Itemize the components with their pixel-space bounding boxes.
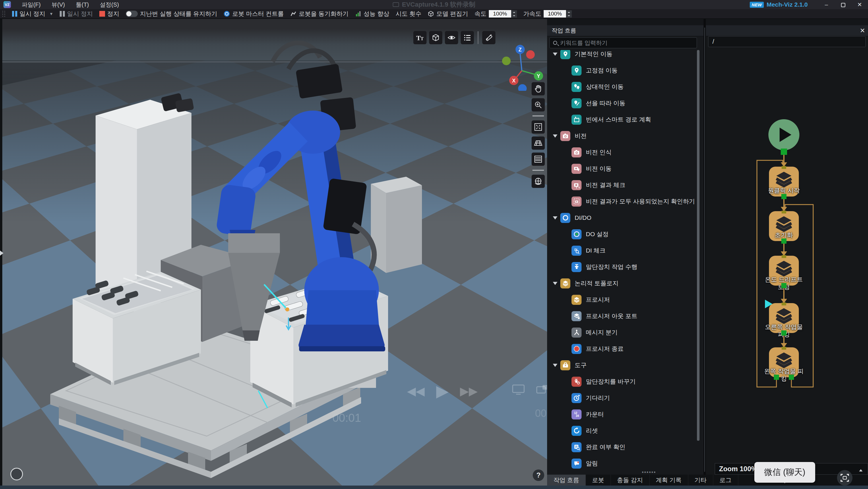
collapse-arrow-icon[interactable] <box>553 135 557 140</box>
tree-item[interactable]: DO 설정 <box>571 227 609 241</box>
tree-item[interactable]: 비전 이동 <box>571 162 612 176</box>
tree-item[interactable]: 프로시저 <box>571 293 610 307</box>
fit-view-button[interactable] <box>532 120 545 134</box>
ground-grid-button[interactable] <box>532 137 545 150</box>
help-button[interactable]: ? <box>533 469 544 481</box>
tree-item[interactable]: 기다리기 <box>571 391 610 405</box>
tree-item[interactable]: 빈에서 스마트 경로 계획 <box>571 113 651 126</box>
flowchart-canvas[interactable] <box>706 48 868 463</box>
layers-list-button[interactable] <box>532 152 545 166</box>
bottom-tab-5[interactable]: 로그 <box>713 474 738 486</box>
sync-robot-button[interactable]: 로봇을 동기화하기 <box>290 10 349 18</box>
flow-node-2[interactable]: 온도 드리프트 보정 <box>769 256 799 286</box>
play-icon[interactable]: ▶ <box>436 381 448 400</box>
tree-item[interactable]: 고정점 이동 <box>571 63 618 77</box>
minimize-button[interactable]: – <box>818 1 835 8</box>
tree-group-4[interactable]: 도구 <box>553 358 587 372</box>
keep-state-toggle[interactable]: 지난번 실행 상태를 유지하기 <box>126 10 218 18</box>
zoom-in-button[interactable] <box>532 98 545 112</box>
flow-node-1[interactable]: 초기화 <box>769 211 799 241</box>
svg-text:X: X <box>512 78 516 84</box>
accel-input[interactable]: 100% <box>544 10 566 18</box>
attempts-button[interactable]: 시도 횟수 <box>396 10 422 18</box>
tree-item-label: DI 체크 <box>586 247 606 255</box>
text-display-button[interactable]: TT <box>413 31 427 44</box>
tree-item[interactable]: 프로시저 종료 <box>571 342 624 356</box>
layersout-icon <box>571 311 582 321</box>
orbit-button[interactable] <box>532 175 545 188</box>
screen-icon[interactable] <box>512 384 525 397</box>
close-button[interactable]: ✕ <box>851 1 868 8</box>
flow-node-4[interactable]: 왼쪽 작업물 피킹 <box>769 347 799 377</box>
wechat-scan-icon[interactable] <box>837 470 852 486</box>
pip-icon[interactable] <box>536 384 547 397</box>
tree-scrollbar[interactable] <box>697 50 700 441</box>
bottom-tab-3[interactable]: 계획 기록 <box>650 474 688 486</box>
model-editor-icon <box>428 11 434 17</box>
tree-group-1[interactable]: 비전 <box>553 129 587 143</box>
bottom-tab-1[interactable]: 로봇 <box>586 474 611 486</box>
camera-icon <box>393 2 399 7</box>
collapse-arrow-icon[interactable] <box>553 53 557 58</box>
panel-divider[interactable] <box>704 19 706 474</box>
tree-item[interactable]: 리셋 <box>571 424 598 438</box>
pan-button[interactable] <box>532 82 545 95</box>
measure-tools-button[interactable] <box>482 31 495 44</box>
speed-spinner[interactable] <box>511 10 517 18</box>
tree-item[interactable]: 말단장치를 바꾸기 <box>571 375 636 389</box>
tree-item[interactable]: 알림 <box>571 457 598 470</box>
tree-item-label: 빈에서 스마트 경로 계획 <box>586 115 651 123</box>
tree-item[interactable]: 1234카운터 <box>571 407 604 421</box>
search-input[interactable]: 키워드를 입력하기 <box>549 37 697 48</box>
maximize-button[interactable] <box>835 1 851 8</box>
tree-item[interactable]: 상대적인 이동 <box>571 80 624 94</box>
branch-icon <box>571 327 582 338</box>
tree-item[interactable]: 프로시저 아웃 포트 <box>571 309 638 323</box>
flow-node-3[interactable]: 오른쪽 작업물 피킹 <box>769 303 799 333</box>
workflow-dock: 작업 흐름✕ 키워드를 입력하기 기본적인 이동고정점 이동상대적인 이동선을 … <box>547 19 868 474</box>
speed-input[interactable]: 100% <box>489 10 511 18</box>
toolbar-grip[interactable] <box>2 10 6 17</box>
3d-viewport[interactable]: TT Z Y X ◀◀ <box>2 19 547 486</box>
tree-item[interactable]: 선을 따라 이동 <box>571 96 625 110</box>
collapse-arrow-icon[interactable] <box>553 282 557 287</box>
stop-button[interactable]: 정지 <box>99 10 119 18</box>
bottom-tab-4[interactable]: 기타 <box>688 474 713 486</box>
model-editor-button[interactable]: 모델 편집기 <box>428 10 468 18</box>
visibility-button[interactable] <box>445 31 458 44</box>
accel-spinner[interactable] <box>566 10 572 18</box>
flow-node-0[interactable]: 원클릭 시작 <box>769 167 799 197</box>
tree-group-0[interactable]: 기본적인 이동 <box>553 50 613 61</box>
robot-master-control-button[interactable]: 로봇 마스터 컨트롤 <box>224 10 284 18</box>
menu-view[interactable]: 뷰(V) <box>52 1 65 9</box>
panel-expander-arrow[interactable] <box>0 251 6 256</box>
performance-button[interactable]: 성능 향상 <box>355 10 390 18</box>
rewind-icon[interactable]: ◀◀ <box>407 384 425 398</box>
tree-group-2[interactable]: DI/DO <box>553 211 591 225</box>
fast-forward-icon[interactable]: ▶▶ <box>460 384 478 398</box>
tree-item[interactable]: 비전 인식 <box>571 145 612 159</box>
bottom-tab-0[interactable]: 작업 흐름 <box>547 474 586 486</box>
collapse-arrow-icon[interactable] <box>859 467 863 471</box>
tree-item-label: 카운터 <box>586 410 604 418</box>
tree-item[interactable]: 비전 결과가 모두 사용되었는지 확인하기 <box>571 195 695 208</box>
collapse-arrow-icon[interactable] <box>553 217 557 222</box>
flowchart-path[interactable]: / <box>708 36 866 47</box>
tree-item[interactable]: DIDI 체크 <box>571 243 606 257</box>
tree-item[interactable]: 비전 결과 체크 <box>571 178 625 192</box>
tree-group-3[interactable]: 논리적 토폴로지 <box>553 277 619 290</box>
toggle-off-icon[interactable] <box>126 11 138 17</box>
collapse-arrow-icon[interactable] <box>553 364 557 369</box>
menu-file[interactable]: 파일(F) <box>22 1 41 9</box>
tree-item[interactable]: 메시지 분기 <box>571 325 618 339</box>
dock-close-icon[interactable]: ✕ <box>860 27 865 34</box>
pause-button[interactable]: 일시 정지▼ <box>12 10 53 18</box>
menu-tools[interactable]: 툴(T) <box>76 1 89 9</box>
menu-settings[interactable]: 설정(S) <box>100 1 119 9</box>
list-button[interactable] <box>461 31 474 44</box>
chevron-down-icon[interactable]: ▼ <box>50 11 53 16</box>
bottom-tab-2[interactable]: 충돌 감지 <box>611 474 650 486</box>
model-view-button[interactable] <box>429 31 442 44</box>
tree-item[interactable]: 말단장치 작업 수행 <box>571 260 638 274</box>
tree-item[interactable]: 완료 여부 확인 <box>571 440 625 454</box>
